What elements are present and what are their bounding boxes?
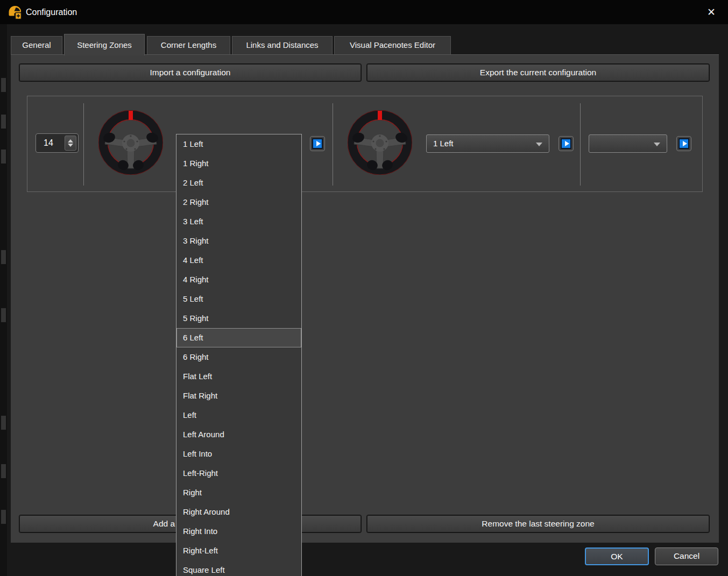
spinner-down-icon[interactable] — [68, 144, 73, 147]
background-app-strip — [0, 24, 7, 576]
configuration-window: Configuration ✕ General Steering Zones C… — [0, 0, 728, 576]
tab-label: Corner Lengths — [161, 40, 216, 49]
pacenote-dropdown[interactable]: 1 Left — [426, 134, 549, 153]
remove-steering-zone-button[interactable]: Remove the last steering zone — [367, 515, 709, 532]
zone-count-spinner[interactable]: 14 — [36, 133, 79, 153]
zone-count-value: 14 — [44, 134, 53, 152]
dropdown-option[interactable]: Right — [176, 483, 301, 502]
separator — [83, 103, 84, 186]
background-artifact — [1, 150, 6, 163]
chevron-down-icon — [536, 143, 542, 146]
dropdown-option[interactable]: Right-Left — [176, 541, 301, 560]
cancel-button[interactable]: Cancel — [655, 547, 718, 565]
play-icon — [678, 138, 689, 149]
background-artifact — [1, 416, 6, 430]
dropdown-option[interactable]: Left Around — [176, 425, 301, 444]
background-artifact — [1, 78, 6, 92]
play-sample-button[interactable] — [559, 136, 574, 151]
separator — [580, 103, 581, 186]
app-helmet-icon — [7, 4, 23, 20]
ok-button[interactable]: OK — [585, 547, 649, 565]
background-artifact — [1, 510, 6, 524]
background-artifact — [1, 250, 6, 264]
dropdown-option[interactable]: Left-Right — [176, 464, 301, 483]
tab-steering-zones[interactable]: Steering Zones — [64, 34, 145, 55]
close-icon[interactable]: ✕ — [700, 0, 723, 24]
dropdown-option[interactable]: 2 Right — [176, 193, 301, 212]
tab-label: Visual Pacenotes Editor — [350, 40, 435, 49]
dropdown-option[interactable]: 2 Left — [176, 173, 301, 193]
spinner-arrows[interactable] — [65, 136, 76, 151]
dropdown-option[interactable]: Left — [176, 406, 301, 425]
play-sample-button[interactable] — [310, 136, 325, 151]
export-configuration-button[interactable]: Export the current configuration — [367, 64, 709, 81]
dropdown-value: 1 Left — [433, 135, 454, 152]
tab-label: Links and Distances — [246, 40, 318, 49]
dropdown-list: 1 Left 1 Right 2 Left 2 Right 3 Left 3 R… — [176, 134, 302, 576]
dropdown-option[interactable]: Right Around — [176, 502, 301, 522]
dropdown-option[interactable]: 3 Left — [176, 212, 301, 231]
spinner-up-icon[interactable] — [68, 139, 73, 143]
dropdown-option[interactable]: 6 Right — [176, 347, 301, 367]
dropdown-option[interactable]: Left Into — [176, 444, 301, 464]
dropdown-option[interactable]: 4 Left — [176, 251, 301, 270]
separator — [333, 103, 333, 186]
play-icon — [312, 138, 323, 149]
dropdown-option[interactable]: 3 Right — [176, 231, 301, 251]
tab-visual-pacenotes-editor[interactable]: Visual Pacenotes Editor — [334, 36, 451, 54]
background-artifact — [1, 308, 6, 322]
dropdown-option[interactable]: 5 Right — [176, 309, 301, 328]
dropdown-option[interactable]: 4 Right — [176, 270, 301, 289]
dropdown-option[interactable]: Square Left — [176, 560, 301, 576]
dropdown-option[interactable]: Flat Left — [176, 367, 301, 386]
play-sample-button[interactable] — [676, 136, 691, 151]
steering-wheel-image — [98, 110, 163, 175]
dropdown-option-selected[interactable]: 6 Left — [176, 328, 301, 347]
titlebar: Configuration ✕ — [0, 0, 728, 24]
steering-wheel-image — [348, 110, 412, 175]
dropdown-option[interactable]: Flat Right — [176, 386, 301, 406]
background-artifact — [1, 115, 6, 129]
tab-label: General — [22, 40, 51, 49]
play-icon — [561, 138, 571, 149]
chevron-down-icon — [654, 143, 660, 146]
import-configuration-button[interactable]: Import a configuration — [19, 64, 361, 81]
tab-general[interactable]: General — [11, 36, 62, 54]
window-title: Configuration — [26, 0, 77, 24]
pacenote-dropdown-empty[interactable] — [589, 134, 667, 153]
background-artifact — [1, 464, 6, 478]
dropdown-option[interactable]: 5 Left — [176, 289, 301, 309]
tab-links-and-distances[interactable]: Links and Distances — [232, 36, 333, 54]
dropdown-option[interactable]: 1 Right — [176, 154, 301, 173]
dropdown-option[interactable]: 1 Left — [176, 134, 301, 154]
dropdown-option[interactable]: Right Into — [176, 522, 301, 541]
tab-corner-lengths[interactable]: Corner Lengths — [147, 36, 230, 54]
tab-label: Steering Zones — [77, 40, 132, 49]
